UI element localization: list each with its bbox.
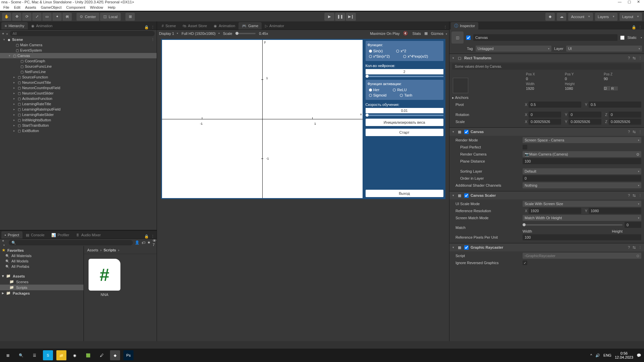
scale-x[interactable]: 0.00925926	[529, 119, 561, 125]
hierarchy-item-neuroncountslider[interactable]: ▸NeuronCountSlider	[0, 90, 157, 96]
move-tool[interactable]: ✥	[12, 13, 21, 21]
assets-root[interactable]: ▾Assets	[0, 273, 84, 279]
lr-input[interactable]: 0.01	[366, 108, 443, 113]
raw-edit-button[interactable]: R	[611, 86, 618, 90]
fav-all-models[interactable]: All Models	[0, 258, 84, 264]
radio-x4exp[interactable]: x^4*exp(x/2)	[403, 54, 428, 58]
packages-root[interactable]: ▸Packages	[0, 290, 84, 296]
lock-icon[interactable]: 🔒	[144, 234, 149, 239]
display-dropdown[interactable]: Display 1▾	[159, 32, 178, 36]
crumb-assets[interactable]: Assets	[87, 248, 98, 252]
hidden-packages[interactable]: 👁 7	[153, 239, 156, 247]
hierarchy-search[interactable]	[10, 31, 155, 36]
radio-act-tanh[interactable]: Tanh	[400, 93, 412, 97]
hierarchy-item-exitbtn[interactable]: ▸ExitButton	[0, 128, 157, 133]
folder-scripts[interactable]: Scripts	[0, 285, 84, 290]
gizmos-dropdown[interactable]: Gizmos ▾	[431, 32, 447, 36]
hierarchy-item-sourcefunction[interactable]: ▸SourceFunction	[0, 74, 157, 80]
render-mode-dropdown[interactable]: Screen Space - Camera▾	[523, 137, 641, 143]
hierarchy-item-maincamera[interactable]: Main Camera	[0, 42, 157, 48]
gameobject-name-input[interactable]	[473, 34, 618, 41]
hierarchy-item-eventsystem[interactable]: EventSystem	[0, 48, 157, 53]
hierarchy-item-neuroncountinput[interactable]: ▸NeuronCountInputField	[0, 85, 157, 90]
scaler-header[interactable]: ▾▦Canvas Scaler ?⇆⋮	[449, 191, 644, 199]
hierarchy-item-lrslider[interactable]: ▸LearningRateSlider	[0, 112, 157, 117]
help-icon[interactable]: ?	[628, 56, 630, 60]
folder-scenes[interactable]: Scenes	[0, 279, 84, 285]
asset-nna-script[interactable]: # NNA	[89, 259, 120, 297]
scale-tool[interactable]: ⤢	[32, 13, 42, 21]
tab-audiomixer[interactable]: 🎚 Audio Mixer	[72, 231, 104, 239]
hierarchy-item-activationfunction[interactable]: ▸ActivationFunction	[0, 96, 157, 101]
collab-icon[interactable]: ◆	[545, 13, 555, 21]
canvas-enabled-checkbox[interactable]	[464, 130, 469, 134]
scale-z[interactable]: 0.00925926	[609, 119, 641, 125]
tray-date[interactable]: 12.04.2023	[615, 355, 633, 359]
hierarchy-item-neuroncounttitle[interactable]: ▸NeuronCountTitle	[0, 80, 157, 85]
step-button[interactable]: ▶❙	[346, 13, 356, 21]
photoshop-icon[interactable]: Ps	[123, 350, 133, 360]
tab-console[interactable]: ▤ Console	[22, 231, 48, 239]
snap-toggle[interactable]: ⊞	[125, 13, 135, 21]
radio-act-sigmoid[interactable]: Sigmoid	[369, 93, 387, 97]
neuron-count-input[interactable]: 2	[366, 69, 443, 74]
lock-icon[interactable]: 🔒	[144, 25, 149, 29]
filter-by-type-icon[interactable]: 👤	[135, 240, 140, 245]
tab-hierarchy[interactable]: ≡ Hierarchy	[1, 22, 28, 29]
component-menu-icon[interactable]: ⋮	[638, 56, 642, 60]
unity-icon[interactable]: ◆	[110, 350, 120, 360]
hand-tool[interactable]: ✋	[2, 13, 11, 21]
filter-by-label-icon[interactable]: 🏷	[142, 241, 145, 245]
tab-inspector[interactable]: ⓘ Inspector	[451, 22, 478, 29]
tray-notifications-icon[interactable]: 💬	[637, 353, 641, 358]
start-train-button[interactable]: Старт	[366, 129, 443, 136]
menu-edit[interactable]: Edit	[14, 5, 20, 9]
radio-sinx[interactable]: Sin(x)	[369, 49, 383, 53]
tab-profiler[interactable]: 📊 Profiler	[48, 231, 73, 239]
pivot-x[interactable]: 0.5	[529, 102, 581, 108]
crumb-scripts[interactable]: Scripts	[104, 248, 116, 252]
tab-scene[interactable]: # Scene	[158, 22, 179, 29]
radio-act-none[interactable]: Нет	[369, 88, 380, 92]
radio-x2[interactable]: x^2	[396, 49, 406, 53]
neuron-count-slider[interactable]	[366, 76, 443, 77]
hierarchy-item-netfuncline[interactable]: NetFuncLine	[0, 69, 157, 74]
canvas-header[interactable]: ▾▦Canvas ?⇆⋮	[449, 128, 644, 136]
menu-gameobject[interactable]: GameObject	[41, 5, 62, 9]
app-icon-1[interactable]: 🟩	[83, 350, 93, 360]
resolution-dropdown[interactable]: Full HD (644x362)▾	[181, 32, 220, 36]
tray-chevron-icon[interactable]: ^	[590, 353, 592, 357]
hierarchy-scene-row[interactable]: ▾Scene⋮	[0, 37, 157, 42]
panel-menu-icon[interactable]: ⋮	[443, 25, 447, 29]
gameobject-icon[interactable]: ◫	[451, 32, 464, 44]
init-weights-button[interactable]: Инициализировать веса	[366, 119, 443, 126]
tab-project[interactable]: ▪ Project	[1, 231, 22, 239]
pivot-y[interactable]: 0.5	[589, 102, 641, 108]
menu-help[interactable]: Help	[108, 5, 115, 9]
rotate-tool[interactable]: ⟳	[22, 13, 32, 21]
menu-assets[interactable]: Assets	[25, 5, 36, 9]
pixel-perfect-checkbox[interactable]	[523, 145, 527, 149]
posx-input[interactable]: 0	[526, 77, 564, 81]
scaler-enabled-checkbox[interactable]	[464, 193, 469, 198]
ref-pixels-input[interactable]: 100	[523, 234, 641, 240]
pivot-toggle[interactable]: ⊙ Center	[76, 13, 99, 21]
ignore-reversed-checkbox[interactable]	[523, 260, 527, 265]
tab-animation-left[interactable]: ◉ Animation	[28, 22, 56, 29]
hierarchy-item-initweights[interactable]: ▸InitWeightsButton	[0, 117, 157, 123]
max-icon[interactable]: ▢	[628, 0, 631, 4]
project-search[interactable]	[9, 240, 133, 245]
hierarchy-item-canvas[interactable]: ▾Canvas	[0, 53, 157, 58]
play-button[interactable]: ▶	[324, 13, 334, 21]
min-icon[interactable]: —	[618, 0, 622, 4]
hierarchy-item-lrtitle[interactable]: ▸LearningRateTitle	[0, 101, 157, 107]
panel-menu-icon[interactable]: ⋮	[151, 25, 155, 29]
maxonplay-toggle[interactable]: Maximize On Play	[370, 32, 400, 36]
search-icon[interactable]: 🔍	[16, 350, 26, 360]
layer-dropdown[interactable]: UI▾	[566, 46, 642, 52]
pause-button[interactable]: ❚❚	[335, 13, 345, 21]
scene-menu-icon[interactable]: ⋮	[151, 38, 157, 42]
tray-language[interactable]: ENG	[603, 353, 611, 357]
rot-y[interactable]: 0	[569, 112, 601, 118]
script-field[interactable]: ▫ GraphicRaycaster⊙	[523, 253, 641, 259]
